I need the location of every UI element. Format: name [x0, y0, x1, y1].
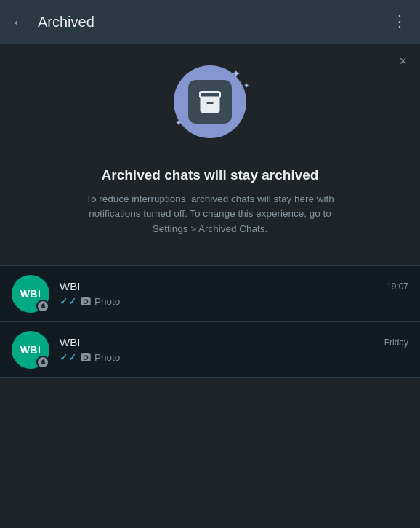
archived-banner: × ✦ ✦ ✦ Archived chats will stay archive… — [0, 44, 420, 266]
chat-item[interactable]: WBI WBI Friday ✓✓ — [0, 322, 420, 378]
chat-content: WBI Friday ✓✓ Photo — [60, 336, 408, 363]
sparkle-icon-tl: ✦ — [231, 67, 241, 81]
camera-icon — [80, 351, 92, 363]
muted-badge — [36, 356, 49, 369]
archive-svg — [197, 89, 223, 115]
banner-close-button[interactable]: × — [399, 54, 407, 69]
chat-time: Friday — [384, 337, 408, 348]
sparkle-icon-bl: ✦ — [175, 118, 182, 128]
muted-badge-inner — [38, 301, 48, 311]
page-title: Archived — [38, 14, 392, 31]
camera-icon — [80, 295, 92, 307]
mute-icon — [40, 303, 47, 309]
double-tick-icon: ✓✓ — [60, 295, 77, 307]
chat-preview: ✓✓ Photo — [60, 351, 408, 363]
archive-icon-wrapper: ✦ ✦ ✦ — [174, 65, 246, 138]
mute-icon — [40, 359, 47, 365]
chat-list: WBI WBI 19:07 ✓✓ — [0, 266, 420, 378]
chat-meta: WBI 19:07 — [60, 280, 408, 292]
muted-badge-inner — [38, 357, 48, 367]
back-button[interactable]: ← — [12, 14, 26, 31]
archive-box-icon — [188, 80, 232, 124]
camera-svg — [80, 351, 92, 363]
header: ← Archived ⋮ — [0, 0, 420, 44]
sparkle-icon-tr: ✦ — [243, 81, 249, 89]
avatar-wrapper: WBI — [12, 275, 49, 313]
camera-svg — [80, 295, 92, 307]
chat-meta: WBI Friday — [60, 336, 408, 348]
chat-time: 19:07 — [387, 281, 408, 292]
chat-name: WBI — [60, 336, 80, 348]
avatar-wrapper: WBI — [12, 331, 49, 369]
chat-preview: ✓✓ Photo — [60, 295, 408, 307]
chat-item[interactable]: WBI WBI 19:07 ✓✓ — [0, 266, 420, 322]
chat-content: WBI 19:07 ✓✓ Photo — [60, 280, 408, 307]
banner-title: Archived chats will stay archived — [29, 167, 391, 183]
muted-badge — [36, 300, 49, 313]
double-tick-icon: ✓✓ — [60, 351, 77, 363]
preview-text: Photo — [94, 352, 120, 363]
chat-name: WBI — [60, 280, 80, 292]
more-menu-button[interactable]: ⋮ — [392, 12, 408, 31]
banner-description: To reduce interruptions, archived chats … — [72, 192, 348, 236]
preview-text: Photo — [94, 296, 120, 307]
